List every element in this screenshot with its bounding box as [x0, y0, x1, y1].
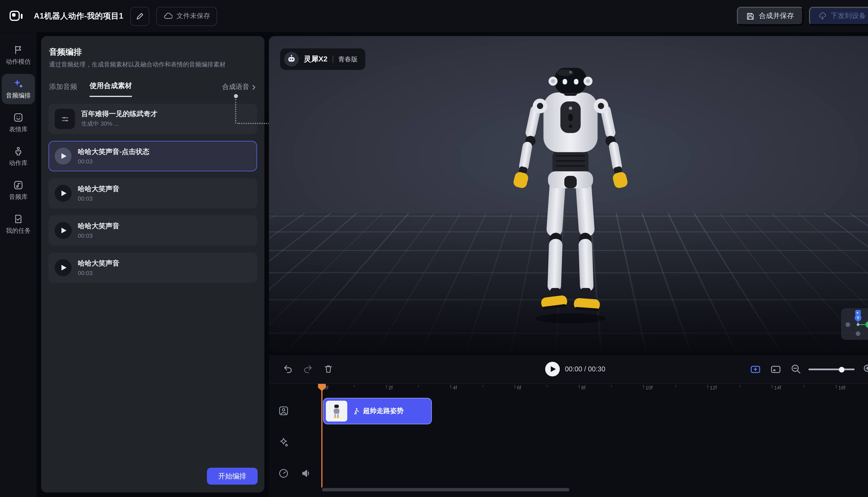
chevron-right-icon	[250, 83, 257, 91]
audio-arrange-panel: 音频编排 通过音频处理，生成音频素材以及融合动作和表情的音频编排素材 添加音频 …	[41, 36, 264, 493]
item-progress: 生成中 30% ...	[81, 120, 157, 128]
sparkles-icon	[13, 78, 24, 89]
speed-dial-icon[interactable]	[278, 468, 289, 479]
slider-knob[interactable]	[839, 367, 844, 372]
motion-track-icon[interactable]	[278, 405, 289, 416]
model-badge: 灵犀X2 青春版	[280, 48, 366, 70]
deploy-button-label: 下发到设备	[831, 11, 866, 21]
item-duration: 00:03	[78, 270, 120, 276]
synthesize-speech-label: 合成语音	[222, 82, 249, 92]
app-window: A1机器人动作-我的项目1 文件未保存	[0, 0, 868, 497]
timeline-zoom-slider[interactable]	[809, 369, 855, 370]
robot-left-leg	[541, 173, 568, 310]
play-icon	[61, 265, 67, 270]
header-actions: 合成并保存 下发到设备	[737, 7, 868, 25]
speaker-icon[interactable]	[300, 468, 312, 479]
sidebar-item-motion-imitation[interactable]: 动作模仿	[2, 40, 35, 70]
smiley-box-icon	[13, 112, 24, 123]
item-duration: 00:03	[78, 195, 120, 202]
sidebar-item-my-tasks[interactable]: 我的任务	[2, 209, 35, 240]
sidebar-item-audio-arrange[interactable]: 音频编排	[2, 74, 35, 104]
item-title: 哈哈大笑声音-点击状态	[78, 147, 150, 156]
svg-text:Y: Y	[856, 315, 859, 320]
sidebar-item-label: 我的任务	[6, 226, 31, 235]
sidebar-item-audio-library[interactable]: 音频库	[2, 175, 35, 205]
robot-torso	[533, 87, 608, 188]
floppy-icon	[746, 12, 755, 20]
walking-person-icon	[352, 407, 360, 415]
panel-tabs: 添加音频 使用合成素材 合成语音	[49, 79, 258, 97]
robot-head	[549, 68, 592, 94]
fit-timeline-icon[interactable]	[750, 364, 761, 375]
timeline: 0f 2f 4f 6f 8f 10f 12f 14f 16f	[269, 383, 868, 497]
play-icon	[61, 228, 67, 233]
tab-add-audio[interactable]: 添加音频	[49, 82, 77, 97]
save-button[interactable]: 合成并保存	[737, 7, 803, 25]
play-button[interactable]	[545, 362, 560, 377]
task-document-icon	[13, 214, 24, 224]
deploy-button[interactable]: 下发到设备	[809, 7, 868, 25]
save-button-label: 合成并保存	[759, 11, 794, 21]
audio-material-list: 百年难得一见的练武奇才 生成中 30% ... 哈哈大笑声音-点击状态 00:0…	[48, 104, 257, 283]
project-title: A1机器人动作-我的项目1	[34, 11, 123, 21]
play-icon	[61, 190, 67, 196]
zoom-out-icon[interactable]	[790, 364, 802, 375]
list-item-audio[interactable]: 哈哈大笑声音 00:03	[48, 215, 257, 246]
cloud-download-icon	[818, 12, 827, 20]
sidebar-item-expression-library[interactable]: 表情库	[2, 108, 35, 138]
expression-track-icon[interactable]	[278, 437, 289, 448]
item-duration: 00:03	[78, 232, 120, 239]
robot-left-arm	[513, 105, 542, 189]
sidebar-item-motion-library[interactable]: 动作库	[2, 141, 35, 172]
guide-connector-line	[235, 99, 236, 124]
redo-button[interactable]	[303, 364, 313, 374]
timeline-clip-walk[interactable]: 超帅走路姿势	[323, 398, 432, 424]
music-note-box-icon	[13, 180, 24, 190]
svg-text:X: X	[867, 322, 868, 327]
viewport-3d[interactable]: 灵犀X2 青春版	[269, 36, 868, 352]
play-audio-button[interactable]	[55, 148, 71, 165]
left-nav: 动作模仿 音频编排 表情库	[0, 32, 37, 497]
tab-use-synth-material[interactable]: 使用合成素材	[89, 81, 132, 97]
play-icon	[61, 153, 67, 159]
clip-label: 超帅走路姿势	[363, 406, 404, 416]
play-audio-button[interactable]	[55, 222, 71, 239]
synthesize-speech-link[interactable]: 合成语音	[222, 82, 257, 97]
robot-right-leg	[574, 173, 600, 311]
header: A1机器人动作-我的项目1 文件未保存	[0, 0, 868, 32]
list-item-generating[interactable]: 百年难得一见的练武奇才 生成中 30% ...	[48, 104, 257, 134]
panel-description: 通过音频处理，生成音频素材以及融合动作和表情的音频编排素材	[49, 61, 226, 69]
undo-button[interactable]	[282, 364, 293, 374]
play-icon	[551, 366, 556, 372]
item-duration: 00:03	[78, 158, 150, 165]
sidebar-item-label: 音频编排	[6, 91, 31, 100]
guide-connector-dot	[234, 94, 238, 98]
track-view-icon[interactable]	[770, 364, 781, 375]
robot-avatar-icon	[284, 52, 299, 67]
axis-gizmo[interactable]: Y X	[841, 308, 868, 340]
flag-icon	[13, 45, 24, 55]
cloud-icon	[163, 11, 172, 21]
file-status-chip[interactable]: 文件未保存	[156, 6, 217, 26]
rename-button[interactable]	[130, 6, 149, 26]
sidebar-item-label: 动作模仿	[6, 57, 31, 66]
delete-button[interactable]	[323, 364, 334, 374]
list-item-audio[interactable]: 哈哈大笑声音 00:03	[48, 253, 257, 283]
item-title: 哈哈大笑声音	[78, 222, 120, 230]
item-title: 哈哈大笑声音	[78, 259, 120, 267]
play-audio-button[interactable]	[55, 185, 71, 202]
item-title: 百年难得一见的练武奇才	[81, 110, 157, 118]
person-icon	[13, 146, 24, 157]
play-audio-button[interactable]	[55, 259, 71, 276]
list-item-audio[interactable]: 哈哈大笑声音 00:03	[48, 178, 257, 209]
list-item-audio-selected[interactable]: 哈哈大笑声音-点击状态 00:03	[48, 141, 257, 171]
start-arrange-button[interactable]: 开始编排	[207, 468, 257, 484]
robot-right-arm	[600, 105, 629, 189]
zoom-in-icon[interactable]	[863, 364, 868, 375]
clip-thumbnail	[326, 401, 347, 422]
robot-model[interactable]	[508, 67, 632, 326]
timeline-scrollbar[interactable]	[322, 488, 570, 491]
model-name: 灵犀X2	[304, 54, 327, 64]
gizmo-axis-negative	[845, 323, 850, 327]
time-display: 00:00 / 00:30	[565, 365, 605, 373]
